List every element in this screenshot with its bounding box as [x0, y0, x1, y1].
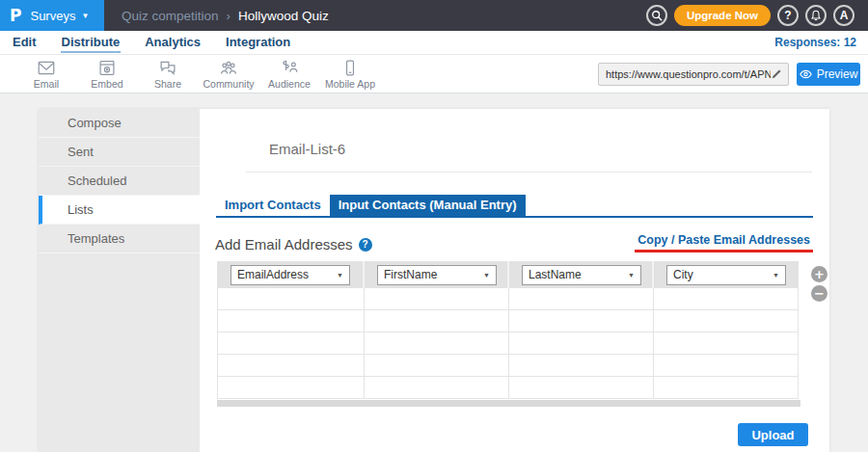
- sidebar-item-compose[interactable]: Compose: [39, 109, 200, 138]
- sidebar-item-sent[interactable]: Sent: [39, 138, 200, 167]
- table-cell[interactable]: [654, 332, 798, 355]
- row-controls: + −: [811, 261, 827, 399]
- contacts-tabs: Import Contacts Input Contacts (Manual E…: [216, 195, 813, 218]
- search-button[interactable]: [646, 5, 667, 26]
- avatar[interactable]: A: [833, 5, 854, 26]
- toolbar-label: Mobile App: [325, 78, 375, 90]
- table-cell[interactable]: [509, 332, 654, 355]
- table-cell[interactable]: [654, 377, 798, 399]
- table-cell[interactable]: [509, 310, 654, 332]
- table-cell[interactable]: [218, 332, 365, 355]
- breadcrumb: Quiz competition › Hollywood Quiz: [122, 9, 329, 23]
- table-cell[interactable]: [654, 310, 798, 332]
- table-cell[interactable]: [218, 288, 365, 310]
- sidebar-item-templates[interactable]: Templates: [39, 225, 200, 253]
- table-row: [218, 332, 798, 355]
- toolbar-label: Email: [34, 78, 59, 90]
- preview-button[interactable]: Preview: [797, 63, 860, 86]
- table-cell[interactable]: [218, 310, 365, 332]
- nav-analytics[interactable]: Analytics: [144, 32, 202, 53]
- toolbar-community[interactable]: Community: [203, 59, 254, 90]
- topbar-actions: Upgrade Now ? A: [646, 5, 868, 26]
- table-cell[interactable]: [365, 377, 509, 399]
- table-row: [218, 288, 798, 310]
- search-icon: [651, 10, 663, 21]
- remove-row-button[interactable]: −: [811, 285, 827, 302]
- select-value: FirstName: [384, 268, 437, 281]
- mobile-app-icon: [339, 59, 361, 77]
- chevron-down-icon: ▼: [628, 272, 635, 279]
- column-select-emailaddress[interactable]: EmailAddress ▼: [231, 265, 350, 285]
- embed-icon: [96, 59, 118, 77]
- toolbar-share[interactable]: Share: [143, 59, 193, 90]
- survey-url-box: [598, 63, 789, 86]
- chevron-down-icon: ▼: [81, 12, 89, 20]
- column-select-lastname[interactable]: LastName ▼: [522, 265, 641, 285]
- title-divider: [246, 172, 812, 173]
- toolbar-email[interactable]: Email: [21, 59, 71, 90]
- table-cell[interactable]: [218, 355, 365, 377]
- help-circle-icon[interactable]: ?: [359, 238, 372, 252]
- edit-url-pencil-icon[interactable]: [771, 67, 783, 80]
- help-button[interactable]: ?: [777, 5, 799, 26]
- header-cell: LastName ▼: [509, 261, 654, 288]
- tab-import-contacts[interactable]: Import Contacts: [216, 195, 330, 216]
- tab-input-contacts-manual[interactable]: Input Contacts (Manual Entry): [330, 195, 526, 216]
- toolbar-label: Embed: [91, 78, 122, 90]
- chevron-down-icon: ▼: [773, 272, 779, 279]
- contacts-table: EmailAddress ▼ FirstName ▼: [217, 261, 799, 399]
- toolbar-label: Community: [203, 78, 254, 90]
- nav-integration[interactable]: Integration: [225, 32, 291, 53]
- toolbar-label: Audience: [268, 78, 311, 90]
- community-icon: [218, 59, 239, 77]
- table-cell[interactable]: [365, 355, 509, 377]
- table-cell[interactable]: [509, 288, 654, 310]
- survey-nav: Edit Distribute Analytics Integration Re…: [0, 31, 868, 55]
- bell-icon: [810, 10, 822, 21]
- email-sidebar: Compose Sent Scheduled Lists Templates: [39, 109, 200, 452]
- breadcrumb-folder[interactable]: Quiz competition: [122, 9, 219, 23]
- breadcrumb-separator-icon: ›: [227, 9, 231, 23]
- copy-paste-email-addresses-link[interactable]: Copy / Paste Email Addresses: [635, 233, 813, 253]
- nav-distribute[interactable]: Distribute: [61, 32, 122, 53]
- table-cell[interactable]: [218, 377, 365, 399]
- email-list-title: Email-List-6: [269, 141, 829, 157]
- header-cell: FirstName ▼: [365, 261, 509, 288]
- column-select-city[interactable]: City ▼: [666, 265, 786, 285]
- column-select-firstname[interactable]: FirstName ▼: [377, 265, 497, 285]
- table-cell[interactable]: [365, 288, 509, 310]
- table-header-row: EmailAddress ▼ FirstName ▼: [218, 261, 798, 288]
- header-cell: City ▼: [654, 261, 798, 288]
- notifications-button[interactable]: [805, 5, 827, 26]
- sidebar-item-scheduled[interactable]: Scheduled: [39, 167, 200, 196]
- table-cell[interactable]: [654, 288, 798, 310]
- distribute-toolbar: Email Embed Share Community Audience Mob…: [0, 55, 868, 93]
- table-cell[interactable]: [365, 310, 509, 332]
- breadcrumb-survey-name[interactable]: Hollywood Quiz: [238, 9, 329, 23]
- nav-edit[interactable]: Edit: [12, 32, 38, 53]
- table-row: [218, 377, 798, 399]
- table-cell[interactable]: [365, 332, 509, 355]
- toolbar-mobile-app[interactable]: Mobile App: [325, 59, 375, 90]
- upload-row: Upload: [209, 423, 808, 446]
- select-value: City: [673, 268, 693, 281]
- surveys-product-dropdown[interactable]: P Surveys ▼: [0, 0, 104, 31]
- toolbar-embed[interactable]: Embed: [82, 59, 132, 90]
- share-icon: [157, 59, 178, 77]
- add-row-button[interactable]: +: [811, 266, 827, 282]
- contacts-table-zone: EmailAddress ▼ FirstName ▼: [217, 261, 829, 399]
- table-cell[interactable]: [509, 377, 654, 399]
- upload-button[interactable]: Upload: [738, 423, 808, 446]
- sidebar-item-lists[interactable]: Lists: [39, 196, 200, 225]
- content-area: Compose Sent Scheduled Lists Templates E…: [0, 93, 868, 452]
- toolbar-audience[interactable]: Audience: [264, 59, 314, 90]
- top-bar: P Surveys ▼ Quiz competition › Hollywood…: [0, 0, 868, 31]
- select-value: EmailAddress: [237, 268, 309, 281]
- toolbar-label: Share: [154, 78, 181, 90]
- table-cell[interactable]: [654, 355, 798, 377]
- survey-url-input[interactable]: [606, 68, 771, 80]
- table-cell[interactable]: [509, 355, 654, 377]
- upgrade-now-button[interactable]: Upgrade Now: [674, 5, 771, 26]
- responses-count[interactable]: Responses: 12: [774, 36, 856, 49]
- table-horizontal-scrollbar[interactable]: [217, 400, 800, 407]
